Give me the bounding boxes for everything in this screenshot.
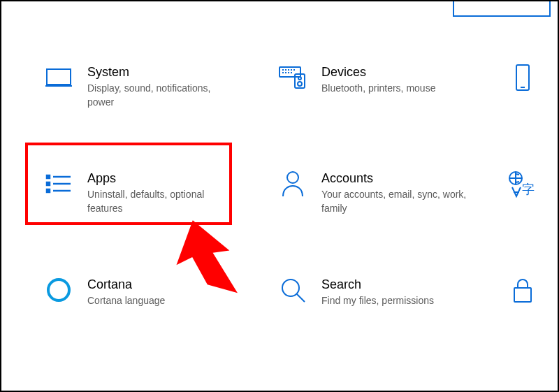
search-input[interactable]: [453, 0, 551, 17]
devices-icon: [278, 63, 307, 92]
svg-rect-21: [47, 189, 50, 192]
svg-text:字: 字: [522, 182, 535, 196]
tile-devices[interactable]: Devices Bluetooth, printers, mouse: [274, 57, 508, 123]
svg-point-23: [287, 172, 298, 183]
settings-row: System Display, sound, notifications, po…: [40, 57, 558, 123]
cortana-icon: [44, 275, 73, 305]
svg-point-14: [298, 82, 302, 86]
settings-row: Apps Uninstall, defaults, optional featu…: [40, 164, 558, 229]
tile-title: Cortana: [87, 277, 165, 292]
apps-icon: [44, 169, 73, 198]
tile-text: Cortana Cortana language: [87, 275, 165, 307]
tile-cortana[interactable]: Cortana Cortana language: [40, 270, 274, 321]
tile-title: Apps: [87, 170, 234, 186]
svg-point-29: [282, 280, 299, 296]
tile-phone[interactable]: [508, 57, 557, 123]
settings-grid: System Display, sound, notifications, po…: [1, 57, 558, 362]
phone-icon: [508, 63, 537, 92]
tile-text: Search Find my files, permissions: [321, 275, 434, 307]
tile-language[interactable]: 字: [508, 164, 557, 229]
svg-rect-0: [47, 69, 71, 85]
tile-title: Accounts: [321, 170, 468, 186]
svg-line-30: [297, 294, 305, 302]
language-icon: 字: [508, 169, 537, 198]
tile-subtitle: Display, sound, notifications, power: [87, 81, 234, 109]
tile-title: System: [87, 64, 234, 80]
tile-subtitle: Find my files, permissions: [321, 293, 434, 307]
tile-text: Accounts Your accounts, email, sync, wor…: [321, 169, 468, 215]
tile-text: System Display, sound, notifications, po…: [87, 63, 234, 109]
tile-text: Apps Uninstall, defaults, optional featu…: [87, 169, 234, 215]
tile-subtitle: Uninstall, defaults, optional features: [87, 187, 234, 215]
system-icon: [44, 63, 73, 92]
accounts-icon: [278, 169, 307, 198]
lock-icon: [508, 275, 537, 305]
svg-point-13: [298, 77, 301, 80]
tile-search[interactable]: Search Find my files, permissions: [274, 270, 508, 321]
tile-accounts[interactable]: Accounts Your accounts, email, sync, wor…: [274, 164, 508, 229]
tile-apps[interactable]: Apps Uninstall, defaults, optional featu…: [40, 164, 274, 229]
tile-subtitle: Cortana language: [87, 293, 165, 307]
tile-text: Devices Bluetooth, printers, mouse: [321, 63, 435, 95]
search-icon: [278, 275, 307, 305]
tile-title: Devices: [321, 64, 435, 80]
svg-rect-17: [47, 175, 50, 178]
tile-system[interactable]: System Display, sound, notifications, po…: [40, 57, 274, 123]
settings-row: Cortana Cortana language Search Find my …: [40, 270, 558, 321]
svg-rect-19: [47, 182, 50, 185]
svg-rect-15: [516, 65, 529, 90]
tile-privacy[interactable]: [508, 270, 557, 321]
svg-rect-31: [514, 288, 531, 302]
tile-subtitle: Bluetooth, printers, mouse: [321, 81, 435, 95]
tile-subtitle: Your accounts, email, sync, work, family: [321, 187, 468, 215]
tile-title: Search: [321, 277, 434, 292]
